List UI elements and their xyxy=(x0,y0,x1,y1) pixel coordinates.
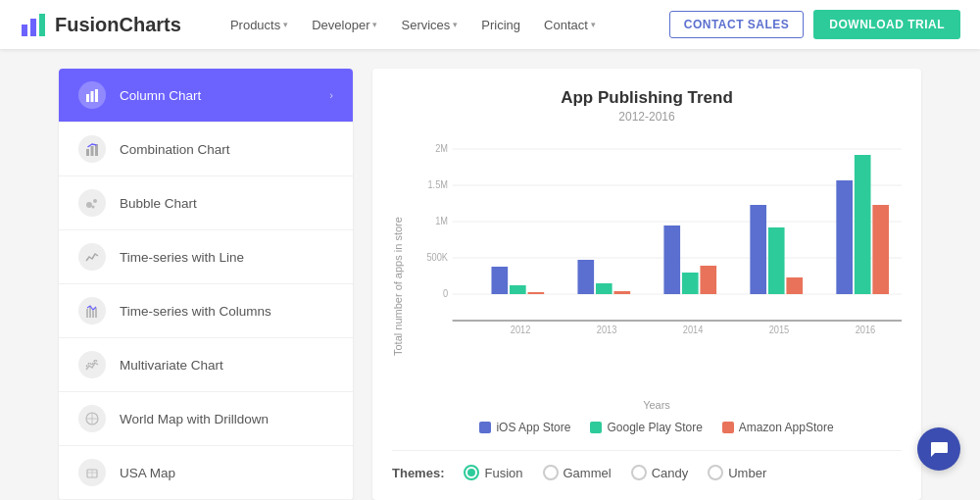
multivariate-icon xyxy=(78,351,106,378)
brand-name: FusionCharts xyxy=(55,14,181,36)
svg-text:0: 0 xyxy=(443,288,448,299)
svg-rect-39 xyxy=(510,285,526,294)
nav-developer[interactable]: Developer ▾ xyxy=(302,12,387,38)
legend-color-google xyxy=(590,422,602,433)
svg-text:500K: 500K xyxy=(426,252,448,263)
legend-label-amazon: Amazon AppStore xyxy=(739,421,834,434)
svg-text:2M: 2M xyxy=(435,143,448,154)
legend-item-amazon: Amazon AppStore xyxy=(722,421,834,434)
svg-rect-3 xyxy=(86,94,89,102)
sidebar-item-column-chart[interactable]: Column Chart › xyxy=(59,69,353,123)
sidebar-label: Bubble Chart xyxy=(120,196,197,211)
column-chart-icon xyxy=(78,81,106,109)
chevron-down-icon: ▾ xyxy=(591,20,596,29)
sidebar-label: Time-series with Columns xyxy=(120,304,271,319)
svg-rect-12 xyxy=(86,309,88,318)
theme-candy-label: Candy xyxy=(652,466,689,480)
radio-inner-fusion xyxy=(467,469,475,476)
svg-rect-42 xyxy=(596,283,612,294)
sidebar-label: Column Chart xyxy=(120,88,201,103)
legend-label-google: Google Play Store xyxy=(607,421,702,434)
svg-point-11 xyxy=(92,206,95,209)
svg-rect-51 xyxy=(855,155,871,294)
nav-products[interactable]: Products ▾ xyxy=(220,12,298,38)
navbar: FusionCharts Products ▾ Developer ▾ Serv… xyxy=(0,0,980,49)
svg-text:2013: 2013 xyxy=(597,325,617,335)
theme-fusion-label: Fusion xyxy=(484,466,522,480)
navbar-actions: CONTACT SALES DOWNLOAD TRIAL xyxy=(669,10,960,39)
chevron-down-icon: ▾ xyxy=(283,20,288,29)
svg-rect-41 xyxy=(577,260,594,294)
chevron-down-icon: ▾ xyxy=(372,20,377,29)
sidebar-label: Combination Chart xyxy=(120,142,230,157)
chat-button[interactable] xyxy=(917,427,960,471)
themes-row: Themes: Fusion Gammel Candy Umber xyxy=(392,450,902,480)
sidebar-label: World Map with Drilldown xyxy=(120,412,269,426)
svg-rect-7 xyxy=(91,146,94,156)
svg-point-9 xyxy=(86,202,92,208)
svg-text:2012: 2012 xyxy=(511,325,531,335)
svg-rect-44 xyxy=(663,225,680,294)
svg-rect-38 xyxy=(491,267,508,294)
chat-icon xyxy=(929,439,949,459)
svg-rect-15 xyxy=(95,308,97,318)
theme-candy[interactable]: Candy xyxy=(631,465,689,480)
chart-panel: App Publishing Trend 2012-2016 Total num… xyxy=(372,69,921,500)
radio-gammel[interactable] xyxy=(543,465,559,480)
nav-contact[interactable]: Contact ▾ xyxy=(534,12,606,38)
theme-umber[interactable]: Umber xyxy=(708,465,766,480)
sidebar-item-time-series-columns[interactable]: Time-series with Columns xyxy=(59,284,353,338)
svg-text:1.5M: 1.5M xyxy=(427,179,448,190)
svg-rect-50 xyxy=(836,180,853,294)
sidebar-item-time-series-line[interactable]: Time-series with Line xyxy=(59,230,353,284)
main-content: Column Chart › Combination Chart Bubble … xyxy=(0,49,980,500)
legend-color-ios xyxy=(479,422,491,433)
svg-point-10 xyxy=(93,199,97,203)
svg-rect-46 xyxy=(700,266,716,294)
legend-item-google: Google Play Store xyxy=(590,421,702,434)
svg-rect-0 xyxy=(22,25,27,36)
svg-rect-48 xyxy=(768,227,785,294)
legend-color-amazon xyxy=(722,422,734,433)
svg-rect-40 xyxy=(528,292,545,294)
svg-text:2016: 2016 xyxy=(856,325,876,335)
brand[interactable]: FusionCharts xyxy=(20,11,181,38)
chart-svg: 2M 1.5M 1M 500K 0 2012 2013 2014 2015 20… xyxy=(412,139,902,395)
sidebar-item-combination-chart[interactable]: Combination Chart xyxy=(59,123,353,176)
svg-text:1M: 1M xyxy=(435,216,448,226)
chart-title: App Publishing Trend xyxy=(392,88,902,108)
svg-rect-49 xyxy=(786,277,803,294)
svg-rect-1 xyxy=(30,19,36,36)
svg-rect-6 xyxy=(86,149,89,156)
contact-sales-button[interactable]: CONTACT SALES xyxy=(669,11,805,38)
svg-rect-13 xyxy=(89,307,91,318)
themes-label: Themes: xyxy=(392,466,444,480)
nav-pricing[interactable]: Pricing xyxy=(471,12,530,38)
brand-icon xyxy=(20,11,47,38)
svg-rect-8 xyxy=(95,144,98,156)
radio-umber[interactable] xyxy=(708,465,723,480)
sidebar-item-bubble-chart[interactable]: Bubble Chart xyxy=(59,176,353,230)
sidebar-item-world-map[interactable]: World Map with Drilldown xyxy=(59,392,353,446)
svg-rect-14 xyxy=(92,311,94,318)
sidebar-item-usa-map[interactable]: USA Map xyxy=(59,446,353,500)
download-trial-button[interactable]: DOWNLOAD TRIAL xyxy=(813,10,960,39)
combination-chart-icon xyxy=(78,135,106,163)
svg-rect-52 xyxy=(872,205,889,294)
chart-subtitle: 2012-2016 xyxy=(392,110,902,124)
nav-services[interactable]: Services ▾ xyxy=(391,12,467,38)
radio-fusion[interactable] xyxy=(464,465,479,480)
theme-fusion[interactable]: Fusion xyxy=(464,465,522,480)
radio-candy[interactable] xyxy=(631,465,647,480)
theme-gammel[interactable]: Gammel xyxy=(543,465,612,480)
theme-umber-label: Umber xyxy=(728,466,766,480)
svg-rect-4 xyxy=(91,91,94,102)
svg-rect-45 xyxy=(682,273,699,294)
theme-gammel-label: Gammel xyxy=(564,466,612,480)
legend-label-ios: iOS App Store xyxy=(496,421,570,434)
chevron-right-icon: › xyxy=(329,89,333,101)
svg-rect-5 xyxy=(95,89,98,102)
sidebar-item-multivariate[interactable]: Multivariate Chart xyxy=(59,338,353,392)
y-axis-label: Total number of apps in store xyxy=(392,139,404,434)
chart-inner: 2M 1.5M 1M 500K 0 2012 2013 2014 2015 20… xyxy=(412,139,902,434)
